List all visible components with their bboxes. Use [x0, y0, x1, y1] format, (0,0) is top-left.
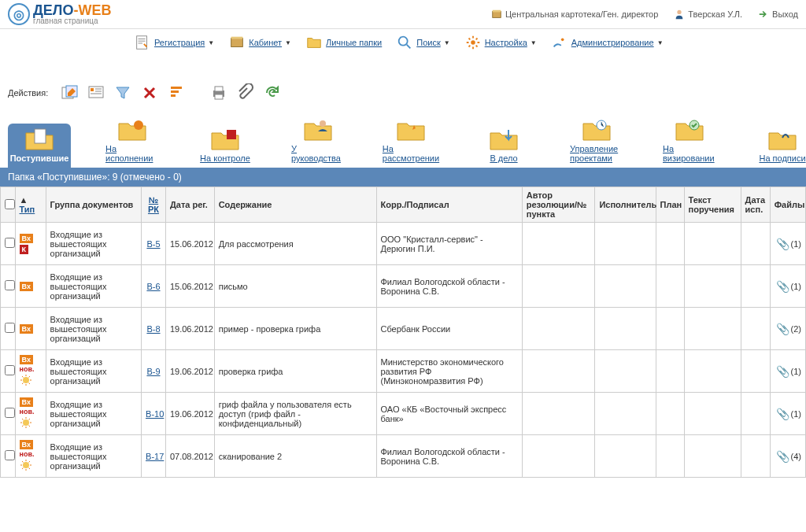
action-delete[interactable]	[139, 83, 160, 103]
row-checkbox[interactable]	[5, 365, 15, 375]
rk-link[interactable]: В-9	[146, 367, 160, 376]
cell-empty	[684, 393, 741, 435]
cell-corr: Филиал Вологодской области - Воронина С.…	[376, 265, 522, 308]
nav-admin[interactable]: Администрирование ▼	[551, 34, 664, 51]
cell-empty	[595, 350, 656, 393]
cell-content: проверка грифа	[214, 350, 376, 393]
search-icon	[396, 34, 413, 51]
logo-text: ДЕЛО-WEB главная страница	[33, 3, 111, 25]
table-row[interactable]: ВхВходящие из вышестоящих организацийВ-6…	[1, 265, 806, 308]
action-refresh[interactable]	[262, 83, 283, 103]
folder-icon	[209, 127, 241, 152]
table-row[interactable]: Вхнов.Входящие из вышестоящих организаци…	[1, 435, 806, 478]
col-files[interactable]: Файлы	[770, 187, 805, 223]
col-date[interactable]: Дата рег.	[165, 187, 214, 223]
col-order-text[interactable]: Текст поручения	[684, 187, 741, 223]
badge-incoming: Вх	[20, 234, 33, 243]
file-attachment[interactable]: 📎(1)	[775, 238, 801, 250]
file-attachment[interactable]: 📎(1)	[775, 365, 801, 378]
action-card[interactable]	[86, 83, 106, 103]
svg-rect-15	[171, 94, 176, 97]
nav-admin-label: Администрирование	[571, 38, 654, 47]
svg-rect-14	[171, 91, 179, 93]
action-edit[interactable]	[59, 83, 79, 103]
col-executor[interactable]: Исполнитель	[595, 187, 656, 223]
cell-group: Входящие из вышестоящих организаций	[46, 350, 141, 393]
col-group[interactable]: Группа документов	[46, 187, 141, 223]
col-plan[interactable]: План	[656, 187, 684, 223]
svg-point-6	[399, 37, 408, 46]
tab-projects[interactable]: Управление проектами	[565, 114, 628, 168]
table-row[interactable]: Вхнов.Входящие из вышестоящих организаци…	[1, 350, 806, 393]
tab-execution-label: На исполнении	[105, 144, 159, 163]
nav-registration[interactable]: Регистрация ▼	[134, 34, 214, 51]
select-all-checkbox[interactable]	[5, 199, 15, 209]
row-checkbox[interactable]	[5, 450, 15, 460]
tab-signing[interactable]: На подписи	[751, 124, 806, 168]
svg-point-22	[320, 120, 326, 127]
file-attachment[interactable]: 📎(4)	[775, 450, 801, 463]
tab-visa[interactable]: На визировании	[658, 114, 721, 168]
file-attachment[interactable]: 📎(1)	[775, 280, 801, 293]
row-checkbox[interactable]	[5, 323, 15, 333]
tab-management[interactable]: У руководства	[287, 114, 349, 168]
tab-execution[interactable]: На исполнении	[101, 114, 164, 168]
folder-icon	[24, 127, 55, 152]
nav-settings[interactable]: Настройка ▼	[464, 34, 537, 51]
row-checkbox[interactable]	[5, 280, 15, 290]
exit-label: Выход	[772, 9, 798, 19]
nav-cabinet[interactable]: Кабинет ▼	[228, 34, 291, 51]
cell-content: сканирование 2	[214, 435, 376, 478]
cell-empty	[741, 435, 770, 478]
table-row[interactable]: ВхВходящие из вышестоящих организацийВ-8…	[1, 308, 806, 350]
col-rk[interactable]: № РК	[142, 187, 166, 223]
sun-icon	[20, 459, 32, 473]
tab-to-case[interactable]: В дело	[472, 124, 535, 168]
tab-incoming[interactable]: Поступившие	[8, 124, 71, 168]
cell-date: 19.06.2012	[165, 393, 214, 435]
cell-empty	[684, 223, 741, 265]
col-checkbox[interactable]	[1, 187, 16, 223]
rk-link[interactable]: В-6	[146, 282, 160, 291]
action-print[interactable]	[209, 83, 229, 103]
cell-date: 19.06.2012	[165, 308, 214, 350]
action-sort[interactable]	[166, 83, 187, 103]
svg-point-26	[23, 419, 29, 426]
folder-icon	[302, 117, 334, 142]
nav-search[interactable]: Поиск ▼	[396, 34, 449, 51]
rk-link[interactable]: В-8	[146, 324, 160, 334]
row-checkbox[interactable]	[5, 238, 15, 248]
rk-link[interactable]: В-10	[146, 409, 164, 419]
cell-empty	[595, 265, 656, 308]
file-attachment[interactable]: 📎(1)	[775, 408, 801, 420]
col-date-exec[interactable]: Дата исп.	[741, 187, 770, 223]
cell-group: Входящие из вышестоящих организаций	[46, 223, 141, 265]
rk-link[interactable]: В-17	[146, 452, 164, 461]
header-right: Центральная картотека/Ген. директор Твер…	[491, 9, 798, 20]
folder-icon	[674, 117, 705, 142]
col-content[interactable]: Содержание	[214, 187, 376, 223]
col-type[interactable]: ▲ Тип	[15, 187, 46, 223]
rk-link[interactable]: В-5	[146, 239, 160, 249]
file-attachment[interactable]: 📎(2)	[775, 323, 801, 335]
user-info[interactable]: Тверская У.Л.	[674, 9, 742, 20]
nav-search-label: Поиск	[416, 38, 440, 47]
svg-point-25	[23, 377, 29, 383]
folder-tabs: Поступившие На исполнении На контроле У …	[0, 108, 806, 168]
org-selector[interactable]: Центральная картотека/Ген. директор	[491, 9, 658, 20]
action-attach[interactable]	[235, 83, 256, 103]
logo[interactable]: ◎ ДЕЛО-WEB главная страница	[8, 3, 111, 25]
nav-personal-folders[interactable]: Личные папки	[305, 34, 382, 51]
col-corr[interactable]: Корр./Подписал	[376, 187, 522, 223]
cell-date: 15.06.2012	[165, 265, 214, 308]
table-row[interactable]: Вхнов.Входящие из вышестоящих организаци…	[1, 393, 806, 435]
col-author[interactable]: Автор резолюции/№ пункта	[522, 187, 595, 223]
table-row[interactable]: ВхКВходящие из вышестоящих организацийВ-…	[1, 223, 806, 265]
tab-consideration[interactable]: На рассмотрении	[379, 114, 442, 168]
exit-link[interactable]: Выход	[758, 9, 798, 20]
row-checkbox[interactable]	[5, 408, 15, 418]
tab-control[interactable]: На контроле	[194, 124, 257, 168]
file-count: (1)	[791, 239, 801, 249]
action-filter[interactable]	[113, 83, 133, 103]
cell-empty	[595, 223, 656, 265]
